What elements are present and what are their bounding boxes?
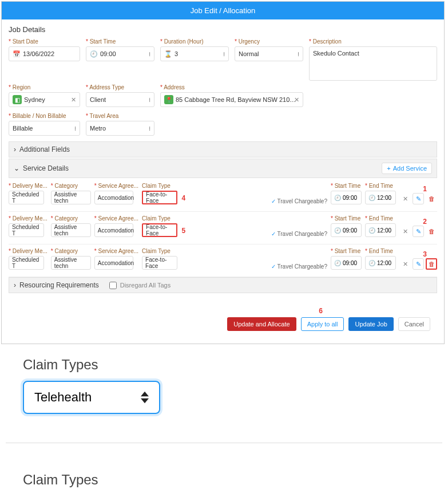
annotation-3: 3 [423, 250, 427, 258]
agree-input[interactable]: Accomodation [94, 223, 133, 237]
job-edit-modal: Job Edit / Allocation Job Details Start … [1, 1, 445, 344]
category-label: Category [51, 183, 91, 189]
travel-area-label: Travel Area [86, 113, 154, 119]
service-start-input[interactable]: 🕘09:00 [331, 223, 362, 237]
delivery-input[interactable]: Scheduled T [9, 191, 44, 204]
region-value: Sydney [24, 96, 45, 103]
travel-chargeable-check[interactable]: ✓Travel Chargeable? [271, 231, 327, 237]
billable-label: Billable / Non Billable [9, 113, 80, 119]
service-end-input[interactable]: 🕘12:00 [365, 256, 396, 270]
category-label: Category [51, 215, 91, 222]
billable-select[interactable]: Billable [9, 121, 80, 136]
apply-to-all-button[interactable]: Apply to all [301, 317, 344, 331]
delivery-input[interactable]: Scheduled T [9, 223, 44, 237]
urgency-select[interactable]: Normal [235, 46, 303, 61]
job-details-heading: Job Details [9, 25, 437, 34]
travel-chargeable-check[interactable]: ✓Travel Chargeable? [271, 198, 327, 204]
address-type-select[interactable]: Client [86, 92, 154, 107]
edit-icon[interactable]: ✎ [413, 193, 424, 204]
start-time-value: 09:00 [100, 50, 116, 57]
add-service-label: Add Service [393, 165, 427, 172]
update-job-button[interactable]: Update Job [348, 317, 393, 331]
travel-chargeable-check[interactable]: ✓Travel Chargeable? [271, 263, 327, 270]
annotation-2: 2 [423, 218, 427, 226]
region-label: Region [9, 84, 80, 90]
delete-icon[interactable]: 🗑 [426, 226, 437, 237]
chevron-right-icon: › [14, 281, 16, 289]
delivery-input[interactable]: Scheduled T [9, 256, 44, 270]
address-type-value: Client [90, 96, 106, 103]
edit-icon[interactable]: ✎ [413, 226, 424, 237]
add-service-button[interactable]: + Add Service [382, 163, 432, 174]
region-input[interactable]: ◧ Sydney ✕ [9, 92, 80, 107]
endtime-label: End Time [365, 183, 396, 189]
chevron-right-icon: › [14, 145, 16, 153]
chevron-down-icon: ⌄ [14, 164, 19, 172]
service-row: Delivery Me...Scheduled T CategoryAssist… [9, 179, 437, 212]
cancel-button[interactable]: Cancel [398, 317, 430, 331]
spinner-icons[interactable] [141, 391, 149, 404]
service-details-accordion[interactable]: ⌄ Service Details + Add Service [9, 159, 437, 178]
start-time-input[interactable]: 🕘 09:00 [86, 46, 154, 61]
duration-label: Duration (Hour) [160, 38, 229, 45]
delete-icon[interactable]: 🗑 [426, 258, 437, 270]
address-input[interactable]: 📍 85 Cabbage Tree Rd, Bayview NSW 2104, … [160, 92, 303, 107]
close-icon[interactable]: ✕ [399, 258, 411, 270]
clock-icon: 🕘 [368, 227, 375, 234]
delete-icon[interactable]: 🗑 [426, 193, 437, 204]
category-label: Category [51, 248, 91, 254]
additional-fields-accordion[interactable]: › Additional Fields [9, 141, 437, 157]
agree-label: Service Agree... [94, 215, 138, 222]
service-details-label: Service Details [23, 164, 69, 172]
travel-area-value: Metro [90, 125, 106, 132]
claim-types-select-focused[interactable]: Telehealth [23, 381, 160, 414]
clock-icon: 🕘 [368, 260, 375, 266]
category-input[interactable]: Assistive techn [51, 223, 91, 237]
resourcing-accordion[interactable]: › Resourcing Requirements Disregard All … [9, 277, 437, 293]
delivery-label: Delivery Me... [9, 183, 47, 189]
agree-input[interactable]: Accomodation [94, 256, 133, 270]
claim-type-input[interactable]: Face-to-Face [142, 223, 177, 237]
urgency-value: Normal [239, 50, 259, 57]
divider [6, 443, 442, 443]
start-date-value: 13/06/2022 [23, 50, 54, 57]
description-textarea[interactable]: Skedulo Contact [309, 46, 437, 81]
duration-input[interactable]: ⌛ 3 [160, 46, 229, 61]
claim-type-input[interactable]: Face-to-Face [142, 256, 177, 270]
travel-area-select[interactable]: Metro [86, 121, 154, 136]
disregard-checkbox[interactable] [109, 282, 117, 289]
service-start-input[interactable]: 🕘09:00 [331, 191, 362, 204]
agree-label: Service Agree... [94, 248, 138, 254]
start-date-label: Start Date [9, 38, 80, 45]
additional-fields-label: Additional Fields [19, 145, 70, 153]
service-end-input[interactable]: 🕘12:00 [365, 191, 396, 204]
update-allocate-button[interactable]: Update and Allocate [227, 317, 296, 331]
claim-type-input[interactable]: Face-to-Face [142, 191, 177, 204]
service-end-input[interactable]: 🕘12:00 [365, 223, 396, 237]
resourcing-label: Resourcing Requirements [19, 281, 99, 289]
annotation-1: 1 [423, 185, 427, 193]
category-input[interactable]: Assistive techn [51, 256, 91, 270]
claim-label: Claim Type [142, 215, 177, 222]
start-date-input[interactable]: 📅 13/06/2022 [9, 46, 80, 61]
close-icon[interactable]: ✕ [399, 193, 411, 204]
region-clear-icon[interactable]: ✕ [71, 96, 76, 104]
claim-types-card-focused: Claim Types Telehealth [0, 345, 448, 425]
starttime-label: Start Time [331, 248, 362, 254]
agree-input[interactable]: Accomodation [94, 191, 133, 204]
clock-icon: 🕘 [90, 50, 98, 58]
footer: 6 Update and Allocate Apply to all Updat… [9, 310, 437, 338]
edit-icon[interactable]: ✎ [413, 258, 424, 270]
service-row: Delivery Me...Scheduled T CategoryAssist… [9, 212, 437, 244]
annotation-4: 4 [181, 194, 185, 202]
endtime-label: End Time [365, 215, 396, 222]
address-label: Address [160, 84, 303, 90]
service-start-input[interactable]: 🕘09:00 [331, 256, 362, 270]
clock-icon: 🕘 [334, 195, 341, 201]
address-clear-icon[interactable]: ✕ [294, 96, 299, 104]
starttime-label: Start Time [331, 183, 362, 189]
category-input[interactable]: Assistive techn [51, 191, 91, 204]
claim-types-heading: Claim Types [23, 472, 425, 488]
delivery-label: Delivery Me... [9, 248, 47, 254]
close-icon[interactable]: ✕ [399, 226, 411, 237]
